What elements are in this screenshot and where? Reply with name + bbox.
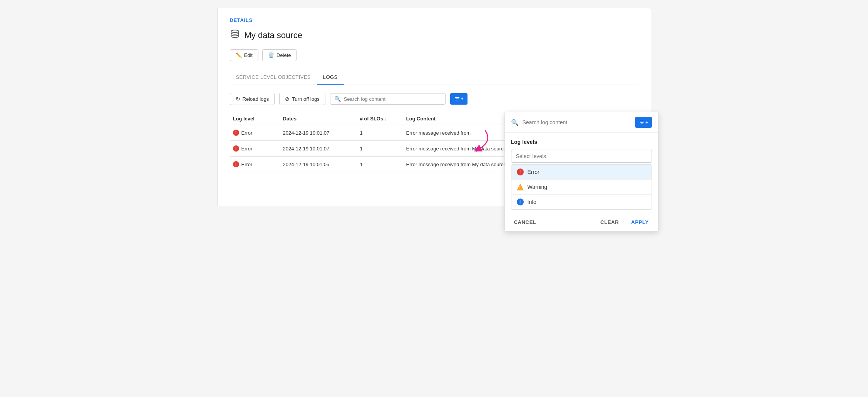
warning-level-label: Warning xyxy=(528,184,548,190)
slos-cell: 1 xyxy=(357,162,403,167)
warning-level-icon: ! xyxy=(519,185,520,189)
info-level-icon: i xyxy=(517,198,524,205)
log-level-cell: ! Error xyxy=(230,145,280,152)
info-level-label: Info xyxy=(528,199,536,205)
turn-off-label: Turn off logs xyxy=(292,96,320,102)
edit-label: Edit xyxy=(244,52,253,58)
log-levels-section: Log levels ! Error ! Warning xyxy=(505,133,658,213)
dropdown-footer: CANCEL CLEAR APPLY xyxy=(505,213,658,231)
edit-icon: ✏️ xyxy=(236,52,242,58)
sort-arrow: ↓ xyxy=(385,117,387,121)
turn-off-icon: ⊘ xyxy=(285,96,290,102)
dropdown-filter-icon-button[interactable]: + xyxy=(635,117,652,128)
turn-off-logs-button[interactable]: ⊘ Turn off logs xyxy=(279,93,325,105)
toolbar: ↻ Reload logs ⊘ Turn off logs 🔍 + xyxy=(230,93,638,105)
log-level-text: Error xyxy=(241,162,253,167)
levels-select-input[interactable] xyxy=(511,150,652,163)
delete-label: Delete xyxy=(276,52,291,58)
slos-cell: 1 xyxy=(357,130,403,136)
date-cell: 2024-12-19 10:01:07 xyxy=(280,130,357,136)
dropdown-search-row: 🔍 + xyxy=(505,112,658,133)
col-slos[interactable]: # of SLOs ↓ xyxy=(357,116,403,122)
error-icon: ! xyxy=(233,130,239,136)
level-option-error[interactable]: ! Error xyxy=(511,165,652,179)
filter-dropdown-panel: 🔍 + Log levels ! Error xyxy=(504,112,659,232)
log-level-cell: ! Error xyxy=(230,130,280,136)
delete-icon: 🗑️ xyxy=(268,52,274,58)
tab-slo[interactable]: SERVICE LEVEL OBJECTIVES xyxy=(230,70,317,85)
log-search-bar: 🔍 xyxy=(330,93,446,105)
cancel-button[interactable]: CANCEL xyxy=(511,218,540,227)
action-buttons: ✏️ Edit 🗑️ Delete xyxy=(230,49,638,61)
error-icon: ! xyxy=(233,161,239,167)
reload-label: Reload logs xyxy=(243,96,269,102)
date-cell: 2024-12-19 10:01:07 xyxy=(280,146,357,152)
log-level-text: Error xyxy=(241,130,253,136)
filter-button[interactable]: + xyxy=(450,93,468,105)
col-log-level: Log level xyxy=(230,116,280,122)
slos-cell: 1 xyxy=(357,146,403,152)
col-dates: Dates xyxy=(280,116,357,122)
search-icon: 🔍 xyxy=(334,96,341,102)
dropdown-search-icon: 🔍 xyxy=(511,119,519,126)
datasource-header: My data source xyxy=(230,29,638,42)
date-cell: 2024-12-19 10:01:05 xyxy=(280,162,357,167)
error-level-icon: ! xyxy=(517,168,524,175)
tabs: SERVICE LEVEL OBJECTIVES LOGS xyxy=(230,70,638,85)
level-option-warning[interactable]: ! Warning xyxy=(511,179,652,194)
tab-logs[interactable]: LOGS xyxy=(317,70,344,85)
apply-button[interactable]: APPLY xyxy=(628,218,652,227)
svg-point-0 xyxy=(231,30,239,33)
level-option-info[interactable]: i Info xyxy=(511,194,652,209)
level-options-list: ! Error ! Warning i Info xyxy=(511,164,652,210)
reload-logs-button[interactable]: ↻ Reload logs xyxy=(230,93,275,105)
dropdown-search-input[interactable] xyxy=(523,119,632,125)
log-levels-title: Log levels xyxy=(511,139,652,145)
log-level-cell: ! Error xyxy=(230,161,280,167)
database-icon xyxy=(230,29,240,42)
log-level-text: Error xyxy=(241,146,253,152)
error-icon: ! xyxy=(233,145,239,152)
clear-button[interactable]: CLEAR xyxy=(597,218,622,227)
log-search-input[interactable] xyxy=(344,96,441,102)
edit-button[interactable]: ✏️ Edit xyxy=(230,49,258,61)
error-level-label: Error xyxy=(528,169,540,175)
delete-button[interactable]: 🗑️ Delete xyxy=(262,49,297,61)
reload-icon: ↻ xyxy=(236,96,240,102)
details-label: DETAILS xyxy=(230,17,638,23)
datasource-title: My data source xyxy=(245,30,302,40)
